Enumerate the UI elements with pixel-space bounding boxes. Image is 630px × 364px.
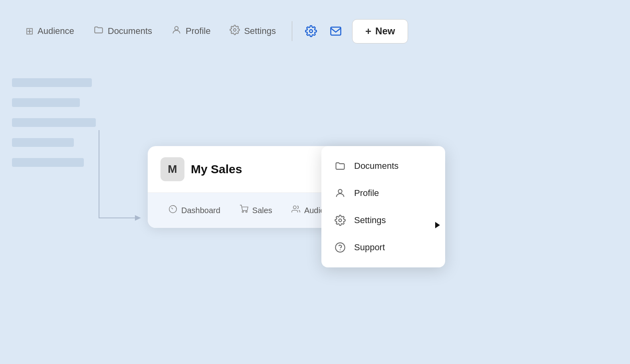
audience-icon: ⊞ <box>26 26 34 37</box>
dropdown-menu: Documents Profile Settings <box>321 146 445 267</box>
dropdown-settings-icon <box>334 215 346 226</box>
dropdown-item-support[interactable]: Support <box>321 234 445 261</box>
svg-rect-3 <box>331 27 341 35</box>
dropdown-settings-label: Settings <box>354 215 386 226</box>
mail-button[interactable] <box>326 21 346 41</box>
avatar-letter: M <box>168 163 177 176</box>
new-label: New <box>375 26 395 37</box>
content-area: M My Sales + <box>0 62 630 364</box>
nav-audience-label: Audience <box>38 26 74 36</box>
tab-dashboard[interactable]: Dashboard <box>160 201 228 220</box>
nav-item-audience[interactable]: ⊞ Audience <box>16 22 84 41</box>
svg-point-9 <box>246 211 247 213</box>
dropdown-documents-label: Documents <box>354 161 398 171</box>
card-title: My Sales <box>191 162 341 176</box>
nav-item-settings[interactable]: Settings <box>220 21 285 42</box>
dropdown-item-profile[interactable]: Profile <box>321 180 445 207</box>
svg-marker-4 <box>135 215 141 221</box>
svg-point-1 <box>234 29 236 32</box>
dropdown-support-label: Support <box>354 242 385 253</box>
settings-icon <box>230 25 240 38</box>
profile-icon <box>171 25 182 38</box>
tab-sales[interactable]: Sales <box>232 201 280 220</box>
nav-settings-label: Settings <box>244 26 276 36</box>
tab-dashboard-label: Dashboard <box>181 206 220 215</box>
dropdown-profile-label: Profile <box>354 188 379 198</box>
audience-tab-icon <box>291 205 300 216</box>
svg-point-13 <box>335 243 345 252</box>
nav-item-documents[interactable]: Documents <box>84 21 162 42</box>
new-button[interactable]: + New <box>352 19 408 44</box>
svg-point-0 <box>175 26 178 30</box>
avatar: M <box>160 157 184 181</box>
top-navigation: ⊞ Audience Documents Profile Settings <box>0 0 630 62</box>
svg-point-10 <box>293 206 296 209</box>
skeleton-line-4 <box>12 138 74 147</box>
nav-item-profile[interactable]: Profile <box>162 21 220 42</box>
skeleton-line-2 <box>12 98 80 107</box>
plus-icon: + <box>365 25 371 38</box>
skeleton-line-5 <box>12 158 84 167</box>
gear-button[interactable] <box>301 21 321 41</box>
folder-icon <box>93 25 104 38</box>
nav-divider <box>292 21 292 41</box>
sales-icon <box>240 205 248 216</box>
skeleton-line-3 <box>12 118 96 127</box>
dropdown-folder-icon <box>334 160 346 172</box>
dropdown-item-documents[interactable]: Documents <box>321 152 445 180</box>
svg-point-8 <box>242 211 244 213</box>
svg-point-2 <box>309 30 313 33</box>
tab-sales-label: Sales <box>252 206 272 215</box>
dropdown-support-icon <box>334 242 346 253</box>
svg-point-12 <box>339 219 342 222</box>
dashboard-icon <box>168 205 177 216</box>
svg-point-11 <box>338 190 342 193</box>
dropdown-item-settings[interactable]: Settings <box>321 207 445 234</box>
nav-profile-label: Profile <box>186 26 210 36</box>
nav-documents-label: Documents <box>108 26 152 36</box>
cursor <box>435 222 440 228</box>
skeleton-line-1 <box>12 78 92 87</box>
dropdown-profile-icon <box>334 188 346 199</box>
arrow-connector <box>95 130 159 242</box>
